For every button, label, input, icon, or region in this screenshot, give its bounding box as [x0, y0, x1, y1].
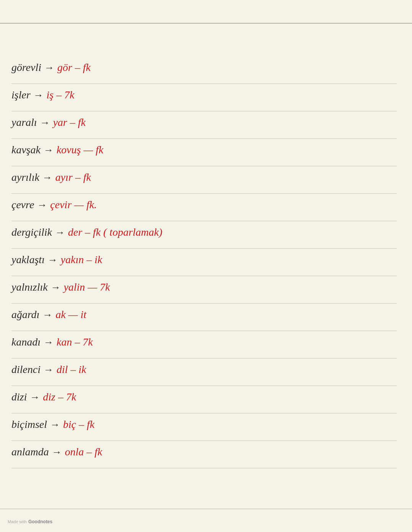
entry-row: dizi → diz – 7k [11, 386, 397, 413]
red-word: kovuş — fk [56, 142, 103, 158]
entry-row: kanadı → kan – 7k [11, 331, 397, 358]
entry-row: ağardı → ak — it [11, 304, 397, 331]
black-word: biçimsel [11, 416, 47, 432]
black-word: çevre [11, 197, 34, 213]
arrow-symbol: → [48, 252, 58, 267]
black-word: ayrılık [11, 169, 39, 185]
red-word: yalin — 7k [64, 279, 110, 295]
goodnotes-footer: Made with Goodnotes [8, 519, 52, 524]
entry-row: görevli → gör – fk [11, 56, 397, 84]
arrow-symbol: → [50, 417, 60, 432]
entry-row: biçimsel → biç – fk [11, 413, 397, 441]
border-bottom [0, 509, 412, 509]
red-word: yar – fk [53, 114, 86, 130]
black-word: yaklaştı [11, 252, 45, 268]
black-word: anlamda [11, 444, 49, 460]
black-word: yalnızlık [11, 279, 48, 295]
entry-row: yalnızlık → yalin — 7k [11, 276, 397, 304]
entry-row: dergiçilik → der – fk ( toparlamak) [11, 221, 397, 249]
entry-row: yaklaştı → yakın – ik [11, 249, 397, 276]
red-word: yakın – ik [61, 252, 102, 268]
black-word: yaralı [11, 114, 37, 130]
red-word: gör – fk [57, 59, 90, 76]
made-with-label: Made with [8, 519, 27, 524]
red-word: ayır – fk [55, 169, 91, 185]
arrow-symbol: → [37, 198, 47, 212]
black-word: dizi [11, 389, 27, 405]
black-word: görevli [11, 59, 41, 76]
entry-row: kavşak → kovuş — fk [11, 139, 397, 166]
content-area: görevli → gör – fkişler → iş – 7kyaralı … [0, 31, 412, 499]
red-word: der – fk ( toparlamak) [68, 224, 162, 240]
arrow-symbol: → [51, 280, 61, 295]
arrow-symbol: → [42, 170, 52, 185]
red-word: kan – 7k [56, 334, 93, 350]
black-word: ağardı [11, 307, 40, 323]
border-top [0, 23, 412, 24]
arrow-symbol: → [43, 362, 53, 377]
black-word: işler [11, 87, 31, 103]
red-word: iş – 7k [47, 87, 74, 103]
entry-row: işler → iş – 7k [11, 84, 397, 111]
goodnotes-brand: Goodnotes [28, 519, 52, 524]
black-word: dergiçilik [11, 224, 52, 240]
entry-row: ayrılık → ayır – fk [11, 166, 397, 194]
entry-row: dilenci → dil – ik [11, 358, 397, 386]
black-word: kavşak [11, 142, 40, 158]
red-word: ak — it [56, 307, 87, 323]
black-word: dilenci [11, 362, 40, 378]
arrow-symbol: → [44, 60, 54, 75]
arrow-symbol: → [43, 143, 53, 158]
entry-row: çevre → çevir — fk. [11, 194, 397, 221]
arrow-symbol: → [40, 115, 50, 130]
arrow-symbol: → [43, 335, 53, 350]
black-word: kanadı [11, 334, 40, 350]
entries-container: görevli → gör – fkişler → iş – 7kyaralı … [11, 56, 397, 468]
red-word: diz – 7k [43, 389, 76, 405]
arrow-symbol: → [30, 390, 40, 405]
red-word: çevir — fk. [50, 197, 97, 213]
red-word: onla – fk [65, 444, 102, 460]
arrow-symbol: → [43, 307, 53, 322]
arrow-symbol: → [52, 445, 62, 460]
notebook-page: görevli → gör – fkişler → iş – 7kyaralı … [0, 0, 412, 532]
entry-row: anlamda → onla – fk [11, 441, 397, 468]
red-word: dil – ik [56, 362, 86, 378]
entry-row: yaralı → yar – fk [11, 111, 397, 139]
arrow-symbol: → [34, 88, 43, 103]
red-word: biç – fk [63, 416, 94, 432]
arrow-symbol: → [55, 225, 65, 240]
